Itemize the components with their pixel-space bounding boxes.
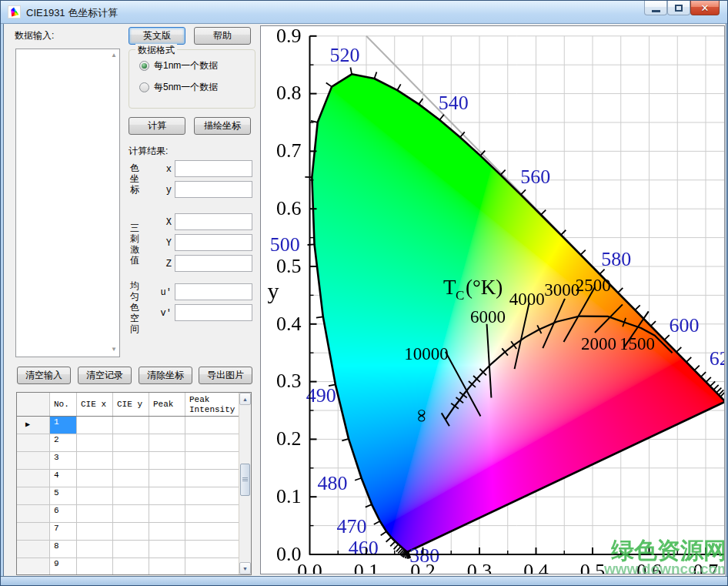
table-cell[interactable] — [77, 487, 113, 505]
help-button[interactable]: 帮助 — [194, 27, 251, 45]
table-cell-no[interactable]: 7 — [50, 523, 77, 541]
table-cell[interactable] — [185, 541, 239, 558]
table-cell[interactable] — [113, 558, 149, 575]
table-row[interactable]: 6 — [17, 505, 251, 523]
table-cell-no[interactable]: 6 — [50, 505, 77, 523]
result-up-input[interactable] — [175, 283, 252, 300]
table-cell[interactable] — [185, 452, 239, 470]
result-vp-input[interactable] — [175, 304, 252, 321]
table-cell[interactable] — [17, 487, 50, 505]
table-row[interactable]: 3 — [17, 452, 251, 470]
radio-option-2[interactable]: 每5nm一个数据 — [139, 81, 218, 94]
clear-input-button[interactable]: 清空输入 — [17, 367, 71, 384]
calculate-button[interactable]: 计算 — [129, 117, 185, 135]
export-image-button[interactable]: 导出图片 — [199, 367, 252, 384]
scroll-up-icon[interactable]: ▲ — [239, 393, 251, 405]
table-cell[interactable] — [77, 434, 113, 452]
table-cell-no[interactable]: 9 — [50, 558, 77, 575]
minimize-button[interactable] — [644, 1, 667, 15]
table-cell[interactable] — [77, 541, 113, 558]
table-row[interactable]: 9 — [17, 558, 251, 575]
table-cell[interactable] — [149, 452, 185, 470]
table-cell[interactable] — [149, 505, 185, 523]
radio-selected-icon[interactable] — [139, 61, 149, 71]
table-cell[interactable] — [185, 558, 239, 575]
table-cell[interactable] — [113, 452, 149, 470]
table-cell[interactable] — [113, 434, 149, 452]
table-cell-no[interactable]: 8 — [50, 541, 77, 558]
table-cell-no[interactable]: 3 — [50, 452, 77, 470]
result-Y-input[interactable] — [175, 234, 252, 251]
table-cell[interactable] — [185, 434, 239, 452]
table-cell-no[interactable]: 1 — [50, 417, 77, 434]
scroll-down-icon[interactable]: ▼ — [239, 562, 251, 574]
table-cell[interactable] — [77, 470, 113, 487]
table-cell-no[interactable]: 2 — [50, 434, 77, 452]
table-cell[interactable] — [113, 487, 149, 505]
radio-unselected-icon[interactable] — [139, 82, 149, 92]
table-cell-no[interactable]: 4 — [50, 470, 77, 487]
result-X-input[interactable] — [175, 213, 252, 230]
table-cell[interactable] — [77, 558, 113, 575]
table-cell[interactable] — [149, 470, 185, 487]
table-cell[interactable] — [149, 487, 185, 505]
table-cell[interactable] — [185, 487, 239, 505]
results-table[interactable]: No.CIE xCIE yPeakPeak Intensity▶12345678… — [16, 392, 252, 575]
table-header-cell[interactable]: No. — [50, 393, 77, 416]
textarea-scroll-up-icon[interactable]: ▲ — [110, 52, 118, 59]
radio-option-1[interactable]: 每1nm一个数据 — [139, 59, 218, 72]
table-cell[interactable] — [17, 558, 50, 575]
clear-records-button[interactable]: 清空记录 — [78, 367, 132, 384]
table-header-cell[interactable] — [17, 393, 50, 416]
table-cell-no[interactable]: 5 — [50, 487, 77, 505]
table-cell[interactable] — [149, 417, 185, 434]
clear-coordinates-button[interactable]: 清除坐标 — [139, 367, 192, 384]
table-cell[interactable] — [77, 452, 113, 470]
table-cell[interactable] — [185, 417, 239, 434]
table-cell[interactable] — [149, 541, 185, 558]
table-cell[interactable] — [17, 434, 50, 452]
table-cell[interactable] — [113, 417, 149, 434]
table-row[interactable]: 2 — [17, 434, 251, 452]
table-cell[interactable] — [149, 434, 185, 452]
table-cell[interactable] — [185, 523, 239, 541]
table-cell[interactable] — [113, 505, 149, 523]
table-header-cell[interactable]: Peak Intensity — [185, 393, 239, 416]
table-row[interactable]: 8 — [17, 541, 251, 558]
table-row[interactable]: 4 — [17, 470, 251, 487]
table-cell[interactable] — [149, 558, 185, 575]
table-cell[interactable] — [149, 523, 185, 541]
table-cell[interactable] — [17, 505, 50, 523]
table-cell[interactable]: ▶ — [17, 417, 50, 434]
english-version-button[interactable]: 英文版 — [129, 27, 185, 45]
table-row[interactable]: 5 — [17, 487, 251, 505]
scrollbar-thumb[interactable] — [240, 464, 250, 496]
table-cell[interactable] — [77, 505, 113, 523]
table-cell[interactable] — [17, 452, 50, 470]
result-x-input[interactable] — [175, 160, 252, 177]
table-cell[interactable] — [113, 541, 149, 558]
table-cell[interactable] — [185, 470, 239, 487]
table-header-cell[interactable]: Peak — [149, 393, 185, 416]
data-input-textarea[interactable] — [15, 49, 120, 357]
table-cell[interactable] — [77, 417, 113, 434]
result-y-input[interactable] — [175, 181, 252, 198]
titlebar[interactable]: CIE1931 色坐标计算 ✕ — [1, 1, 728, 24]
table-row[interactable]: ▶1 — [17, 417, 251, 434]
table-cell[interactable] — [77, 523, 113, 541]
table-row[interactable]: 7 — [17, 523, 251, 541]
table-scrollbar[interactable]: ▲ ▼ — [239, 393, 251, 574]
table-cell[interactable] — [17, 523, 50, 541]
table-header-cell[interactable]: CIE x — [77, 393, 113, 416]
table-cell[interactable] — [17, 470, 50, 487]
result-Z-input[interactable] — [175, 255, 252, 272]
maximize-button[interactable] — [667, 1, 690, 15]
table-cell[interactable] — [17, 541, 50, 558]
table-cell[interactable] — [113, 470, 149, 487]
table-cell[interactable] — [185, 505, 239, 523]
plot-coordinates-button[interactable]: 描绘坐标 — [194, 117, 251, 135]
table-cell[interactable] — [113, 523, 149, 541]
textarea-scroll-down-icon[interactable]: ▼ — [110, 346, 118, 353]
table-header-cell[interactable]: CIE y — [113, 393, 149, 416]
close-button[interactable]: ✕ — [690, 1, 720, 15]
